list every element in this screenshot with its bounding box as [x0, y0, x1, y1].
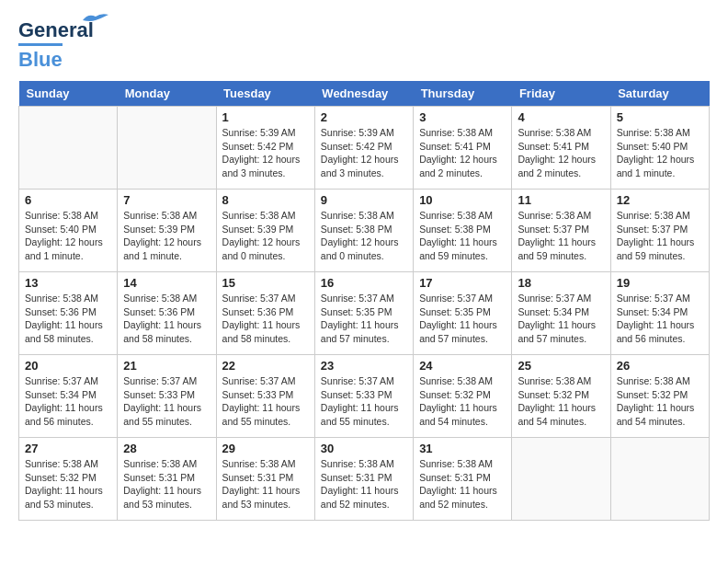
day-number: 6 — [25, 193, 111, 207]
column-header-wednesday: Wednesday — [314, 81, 413, 107]
logo-blue-text: Blue — [18, 43, 63, 71]
day-info: Sunrise: 5:37 AM Sunset: 5:34 PM Dayligh… — [25, 374, 111, 429]
logo-bird-icon — [81, 11, 110, 26]
day-info: Sunrise: 5:37 AM Sunset: 5:33 PM Dayligh… — [222, 374, 309, 429]
day-info: Sunrise: 5:38 AM Sunset: 5:31 PM Dayligh… — [123, 457, 210, 511]
day-number: 31 — [419, 442, 506, 455]
day-info: Sunrise: 5:38 AM Sunset: 5:32 PM Dayligh… — [518, 374, 604, 429]
week-row-2: 6Sunrise: 5:38 AM Sunset: 5:40 PM Daylig… — [19, 190, 710, 272]
page-header: General Blue — [18, 18, 710, 72]
day-number: 11 — [518, 193, 604, 207]
day-number: 20 — [25, 359, 111, 373]
calendar-cell: 31Sunrise: 5:38 AM Sunset: 5:31 PM Dayli… — [414, 438, 512, 521]
day-info: Sunrise: 5:38 AM Sunset: 5:32 PM Dayligh… — [419, 374, 506, 429]
calendar-cell — [19, 107, 118, 190]
day-info: Sunrise: 5:38 AM Sunset: 5:31 PM Dayligh… — [321, 457, 407, 511]
day-number: 22 — [222, 359, 309, 373]
day-number: 30 — [321, 442, 407, 455]
day-info: Sunrise: 5:39 AM Sunset: 5:42 PM Dayligh… — [222, 126, 309, 180]
calendar-cell: 30Sunrise: 5:38 AM Sunset: 5:31 PM Dayli… — [314, 438, 413, 521]
column-header-thursday: Thursday — [414, 81, 512, 107]
calendar-cell: 9Sunrise: 5:38 AM Sunset: 5:38 PM Daylig… — [314, 190, 413, 272]
day-number: 10 — [419, 193, 506, 207]
calendar-cell: 10Sunrise: 5:38 AM Sunset: 5:38 PM Dayli… — [414, 190, 512, 272]
calendar-cell: 17Sunrise: 5:37 AM Sunset: 5:35 PM Dayli… — [414, 272, 512, 355]
day-number: 25 — [518, 359, 604, 373]
day-info: Sunrise: 5:38 AM Sunset: 5:38 PM Dayligh… — [321, 209, 407, 263]
week-row-5: 27Sunrise: 5:38 AM Sunset: 5:32 PM Dayli… — [19, 438, 710, 521]
week-row-1: 1Sunrise: 5:39 AM Sunset: 5:42 PM Daylig… — [19, 107, 710, 190]
day-number: 2 — [321, 110, 407, 124]
calendar-cell: 4Sunrise: 5:38 AM Sunset: 5:41 PM Daylig… — [512, 107, 610, 190]
day-info: Sunrise: 5:38 AM Sunset: 5:36 PM Dayligh… — [123, 292, 210, 346]
day-number: 16 — [321, 276, 407, 290]
calendar-cell: 22Sunrise: 5:37 AM Sunset: 5:33 PM Dayli… — [216, 355, 314, 438]
day-number: 8 — [222, 193, 309, 207]
calendar-cell: 7Sunrise: 5:38 AM Sunset: 5:39 PM Daylig… — [118, 190, 216, 272]
day-info: Sunrise: 5:37 AM Sunset: 5:34 PM Dayligh… — [617, 292, 703, 346]
day-info: Sunrise: 5:38 AM Sunset: 5:40 PM Dayligh… — [617, 126, 703, 180]
day-info: Sunrise: 5:38 AM Sunset: 5:41 PM Dayligh… — [518, 126, 604, 180]
day-number: 4 — [518, 110, 604, 124]
day-number: 26 — [617, 359, 703, 373]
column-header-sunday: Sunday — [19, 81, 118, 107]
calendar-cell: 14Sunrise: 5:38 AM Sunset: 5:36 PM Dayli… — [118, 272, 216, 355]
day-number: 23 — [321, 359, 407, 373]
calendar-cell: 2Sunrise: 5:39 AM Sunset: 5:42 PM Daylig… — [314, 107, 413, 190]
day-info: Sunrise: 5:38 AM Sunset: 5:36 PM Dayligh… — [25, 292, 111, 346]
calendar-cell: 15Sunrise: 5:37 AM Sunset: 5:36 PM Dayli… — [216, 272, 314, 355]
day-info: Sunrise: 5:37 AM Sunset: 5:33 PM Dayligh… — [123, 374, 210, 429]
day-info: Sunrise: 5:38 AM Sunset: 5:39 PM Dayligh… — [222, 209, 309, 263]
calendar-cell: 20Sunrise: 5:37 AM Sunset: 5:34 PM Dayli… — [19, 355, 118, 438]
calendar-cell: 29Sunrise: 5:38 AM Sunset: 5:31 PM Dayli… — [216, 438, 314, 521]
day-info: Sunrise: 5:38 AM Sunset: 5:38 PM Dayligh… — [419, 209, 506, 263]
day-number: 28 — [123, 442, 210, 455]
calendar-cell: 5Sunrise: 5:38 AM Sunset: 5:40 PM Daylig… — [610, 107, 709, 190]
day-info: Sunrise: 5:38 AM Sunset: 5:41 PM Dayligh… — [419, 126, 506, 180]
day-info: Sunrise: 5:37 AM Sunset: 5:35 PM Dayligh… — [419, 292, 506, 346]
day-number: 29 — [222, 442, 309, 455]
column-header-monday: Monday — [118, 81, 216, 107]
calendar-cell: 18Sunrise: 5:37 AM Sunset: 5:34 PM Dayli… — [512, 272, 610, 355]
day-number: 18 — [518, 276, 604, 290]
week-row-4: 20Sunrise: 5:37 AM Sunset: 5:34 PM Dayli… — [19, 355, 710, 438]
calendar-cell — [610, 438, 709, 521]
day-info: Sunrise: 5:38 AM Sunset: 5:39 PM Dayligh… — [123, 209, 210, 263]
day-number: 27 — [25, 442, 111, 455]
day-number: 17 — [419, 276, 506, 290]
calendar-cell: 27Sunrise: 5:38 AM Sunset: 5:32 PM Dayli… — [19, 438, 118, 521]
calendar-cell: 21Sunrise: 5:37 AM Sunset: 5:33 PM Dayli… — [118, 355, 216, 438]
calendar-cell: 1Sunrise: 5:39 AM Sunset: 5:42 PM Daylig… — [216, 107, 314, 190]
day-info: Sunrise: 5:38 AM Sunset: 5:37 PM Dayligh… — [617, 209, 703, 263]
calendar-cell: 8Sunrise: 5:38 AM Sunset: 5:39 PM Daylig… — [216, 190, 314, 272]
day-number: 7 — [123, 193, 210, 207]
calendar-table: SundayMondayTuesdayWednesdayThursdayFrid… — [18, 81, 710, 521]
day-number: 13 — [25, 276, 111, 290]
calendar-cell: 12Sunrise: 5:38 AM Sunset: 5:37 PM Dayli… — [610, 190, 709, 272]
calendar-header-row: SundayMondayTuesdayWednesdayThursdayFrid… — [19, 81, 710, 107]
day-info: Sunrise: 5:38 AM Sunset: 5:31 PM Dayligh… — [222, 457, 309, 511]
calendar-cell: 23Sunrise: 5:37 AM Sunset: 5:33 PM Dayli… — [314, 355, 413, 438]
day-info: Sunrise: 5:38 AM Sunset: 5:40 PM Dayligh… — [25, 209, 111, 263]
week-row-3: 13Sunrise: 5:38 AM Sunset: 5:36 PM Dayli… — [19, 272, 710, 355]
logo: General Blue — [18, 18, 94, 72]
day-info: Sunrise: 5:39 AM Sunset: 5:42 PM Dayligh… — [321, 126, 407, 180]
day-number: 12 — [617, 193, 703, 207]
calendar-cell: 24Sunrise: 5:38 AM Sunset: 5:32 PM Dayli… — [414, 355, 512, 438]
day-number: 1 — [222, 110, 309, 124]
calendar-cell — [118, 107, 216, 190]
calendar-cell: 25Sunrise: 5:38 AM Sunset: 5:32 PM Dayli… — [512, 355, 610, 438]
day-info: Sunrise: 5:38 AM Sunset: 5:31 PM Dayligh… — [419, 457, 506, 511]
day-info: Sunrise: 5:37 AM Sunset: 5:35 PM Dayligh… — [321, 292, 407, 346]
calendar-cell — [512, 438, 610, 521]
column-header-tuesday: Tuesday — [216, 81, 314, 107]
calendar-cell: 28Sunrise: 5:38 AM Sunset: 5:31 PM Dayli… — [118, 438, 216, 521]
day-number: 9 — [321, 193, 407, 207]
day-number: 15 — [222, 276, 309, 290]
day-info: Sunrise: 5:38 AM Sunset: 5:37 PM Dayligh… — [518, 209, 604, 263]
day-number: 14 — [123, 276, 210, 290]
column-header-saturday: Saturday — [610, 81, 709, 107]
calendar-cell: 11Sunrise: 5:38 AM Sunset: 5:37 PM Dayli… — [512, 190, 610, 272]
day-number: 5 — [617, 110, 703, 124]
calendar-cell: 6Sunrise: 5:38 AM Sunset: 5:40 PM Daylig… — [19, 190, 118, 272]
